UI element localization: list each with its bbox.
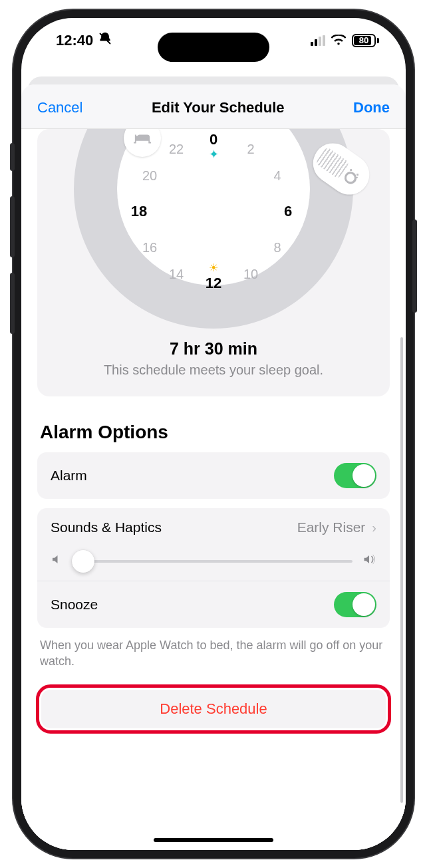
sleep-duration: 7 hr 30 min bbox=[37, 339, 390, 359]
watch-footer-note: When you wear Apple Watch to bed, the al… bbox=[40, 637, 387, 670]
snooze-toggle[interactable] bbox=[334, 592, 376, 617]
hour-18: 18 bbox=[131, 203, 147, 220]
volume-slider[interactable] bbox=[72, 560, 353, 563]
battery-indicator: 80 bbox=[352, 34, 379, 47]
hour-20: 20 bbox=[142, 168, 157, 184]
hour-14: 14 bbox=[169, 267, 184, 282]
sounds-haptics-row[interactable]: Sounds & Haptics Early Riser › bbox=[37, 508, 390, 547]
alarm-toggle-group: Alarm bbox=[37, 452, 390, 499]
sleep-goal-text: This schedule meets your sleep goal. bbox=[37, 362, 390, 378]
snooze-label: Snooze bbox=[51, 597, 98, 613]
side-button bbox=[10, 143, 15, 171]
alarm-toggle[interactable] bbox=[334, 463, 376, 488]
hour-22: 22 bbox=[169, 142, 184, 157]
hour-8: 8 bbox=[273, 240, 281, 255]
screen: 12:40 80 bbox=[21, 18, 406, 850]
volume-down-button bbox=[10, 273, 15, 334]
delete-schedule-button[interactable]: Delete Schedule bbox=[41, 690, 386, 728]
cellular-icon bbox=[311, 35, 325, 46]
content-scroll[interactable]: 0 ✦ 2 4 6 8 10 12 ☀ 14 16 18 20 22 bbox=[21, 129, 406, 850]
hour-2: 2 bbox=[247, 142, 254, 157]
phone-frame: 12:40 80 bbox=[13, 10, 414, 858]
hour-4: 4 bbox=[273, 168, 281, 184]
sounds-label: Sounds & Haptics bbox=[51, 519, 162, 535]
silent-icon bbox=[98, 32, 112, 49]
power-button bbox=[412, 219, 417, 313]
volume-up-button bbox=[10, 196, 15, 257]
hour-16: 16 bbox=[142, 240, 157, 255]
alarm-label: Alarm bbox=[51, 468, 87, 484]
scroll-indicator bbox=[400, 337, 403, 803]
cancel-button[interactable]: Cancel bbox=[37, 99, 82, 116]
alarm-options-heading: Alarm Options bbox=[40, 422, 387, 443]
sleep-clock-card: 0 ✦ 2 4 6 8 10 12 ☀ 14 16 18 20 22 bbox=[37, 129, 390, 396]
alarm-settings-group: Sounds & Haptics Early Riser › bbox=[37, 508, 390, 628]
delete-highlight: Delete Schedule bbox=[36, 684, 391, 734]
modal-sheet: Cancel Edit Your Schedule Done bbox=[21, 84, 406, 850]
navigation-bar: Cancel Edit Your Schedule Done bbox=[21, 84, 406, 129]
alarm-row: Alarm bbox=[37, 452, 390, 499]
hour-0: 0 bbox=[210, 131, 217, 148]
volume-slider-row bbox=[37, 547, 390, 581]
sounds-value: Early Riser bbox=[297, 519, 366, 535]
hour-10: 10 bbox=[243, 267, 258, 282]
dynamic-island bbox=[158, 33, 269, 62]
done-button[interactable]: Done bbox=[353, 99, 390, 116]
page-title: Edit Your Schedule bbox=[152, 99, 285, 116]
night-icon: ✦ bbox=[209, 147, 219, 162]
volume-low-icon bbox=[51, 553, 63, 569]
status-time: 12:40 bbox=[56, 32, 93, 49]
wifi-icon bbox=[331, 32, 346, 49]
sun-icon: ☀ bbox=[209, 261, 218, 274]
volume-high-icon bbox=[362, 553, 376, 569]
home-indicator[interactable] bbox=[154, 838, 273, 842]
hour-12: 12 bbox=[206, 275, 221, 292]
hour-6: 6 bbox=[284, 203, 292, 220]
snooze-row: Snooze bbox=[37, 581, 390, 628]
chevron-right-icon: › bbox=[372, 520, 376, 535]
